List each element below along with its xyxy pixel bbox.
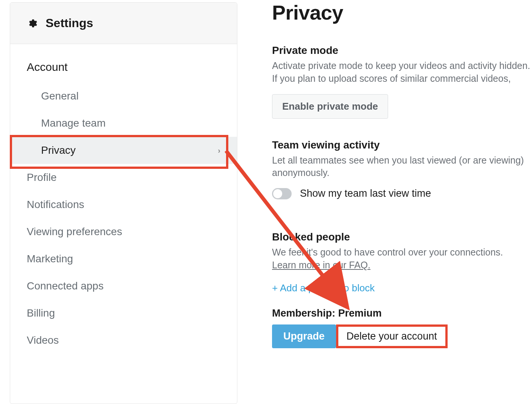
sidebar-title: Settings <box>46 16 93 30</box>
team-viewing-description: Let all teammates see when you last view… <box>272 154 532 180</box>
show-team-last-view-toggle[interactable] <box>272 188 292 199</box>
private-mode-section: Private mode Activate private mode to ke… <box>272 44 532 119</box>
page-title: Privacy <box>272 1 532 24</box>
sidebar-item-label: Profile <box>27 171 57 183</box>
annotation-highlight-delete: Delete your account <box>336 324 448 348</box>
team-viewing-toggle-label: Show my team last view time <box>300 188 431 199</box>
sidebar-item-label: Billing <box>27 307 55 319</box>
sidebar-item-notifications[interactable]: Notifications <box>10 191 237 218</box>
sidebar-item-label: Manage team <box>41 117 105 129</box>
sidebar-item-label: Viewing preferences <box>27 226 122 237</box>
membership-heading: Membership: Premium <box>272 308 532 319</box>
enable-private-mode-button[interactable]: Enable private mode <box>272 94 388 119</box>
membership-section: Membership: Premium Upgrade Delete your … <box>272 308 532 348</box>
team-viewing-heading: Team viewing activity <box>272 139 532 151</box>
blocked-people-description: We feel it's good to have control over y… <box>272 246 532 272</box>
sidebar-item-label: Connected apps <box>27 280 104 292</box>
sidebar-item-manage-team[interactable]: Manage team <box>10 110 237 137</box>
delete-account-button[interactable]: Delete your account <box>347 331 437 342</box>
sidebar-item-viewing-preferences[interactable]: Viewing preferences <box>10 218 237 245</box>
sidebar-section-account[interactable]: Account <box>10 44 237 83</box>
sidebar-item-videos[interactable]: Videos <box>10 327 237 354</box>
membership-buttons: Upgrade Delete your account <box>272 324 532 348</box>
sidebar-item-privacy[interactable]: Privacy › <box>10 137 237 164</box>
private-mode-heading: Private mode <box>272 44 532 57</box>
add-person-to-block-link[interactable]: + Add a person to block <box>272 282 375 294</box>
sidebar-item-marketing[interactable]: Marketing <box>10 245 237 272</box>
sidebar-header: Settings <box>10 3 237 44</box>
sidebar-item-label: Notifications <box>27 199 84 210</box>
team-viewing-toggle-row: Show my team last view time <box>272 188 532 199</box>
settings-sidebar: Settings Account General Manage team Pri… <box>10 2 237 404</box>
blocked-people-heading: Blocked people <box>272 231 532 243</box>
private-mode-description: Activate private mode to keep your video… <box>272 60 532 85</box>
toggle-knob <box>273 189 282 198</box>
blocked-people-faq-link[interactable]: Learn more in our FAQ. <box>272 260 370 270</box>
sidebar-item-label: Videos <box>27 334 59 346</box>
chevron-right-icon: › <box>218 146 220 155</box>
main-content: Privacy Private mode Activate private mo… <box>237 0 532 404</box>
gear-icon <box>27 18 37 29</box>
sidebar-item-general[interactable]: General <box>10 83 237 110</box>
sidebar-item-label: Marketing <box>27 253 73 265</box>
sidebar-item-connected-apps[interactable]: Connected apps <box>10 272 237 300</box>
upgrade-button[interactable]: Upgrade <box>272 324 336 348</box>
blocked-people-section: Blocked people We feel it's good to have… <box>272 231 532 294</box>
sidebar-item-profile[interactable]: Profile <box>10 164 237 191</box>
team-viewing-section: Team viewing activity Let all teammates … <box>272 139 532 200</box>
sidebar-item-billing[interactable]: Billing <box>10 300 237 327</box>
sidebar-item-label: Privacy <box>41 144 76 156</box>
sidebar-item-label: General <box>41 90 79 102</box>
